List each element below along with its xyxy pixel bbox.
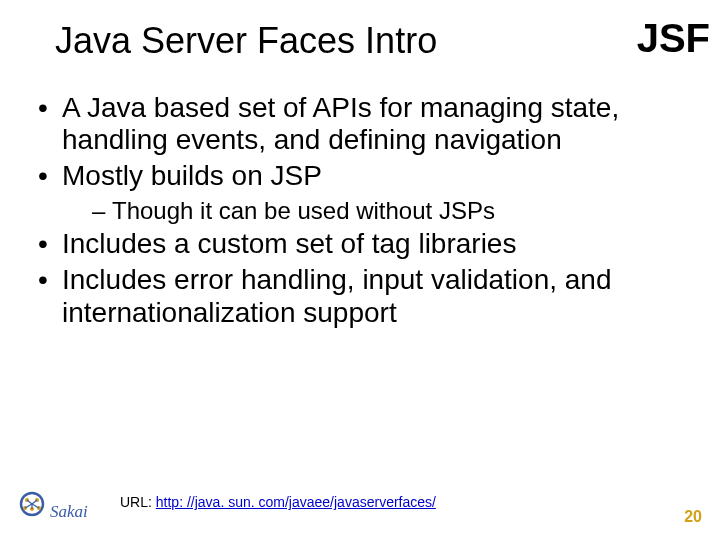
- page-number: 20: [684, 508, 702, 526]
- svg-line-7: [32, 500, 37, 504]
- url-prefix: URL:: [120, 494, 156, 510]
- sub-bullet-list: Though it can be used without JSPs: [62, 197, 680, 225]
- content-area: A Java based set of APIs for managing st…: [38, 92, 680, 333]
- reference-url-line: URL: http: //java. sun. com/javaee/javas…: [120, 494, 436, 510]
- svg-line-6: [27, 500, 32, 504]
- sub-bullet-item: Though it can be used without JSPs: [92, 197, 680, 225]
- bullet-item: Includes error handling, input validatio…: [38, 264, 680, 328]
- slide-title: Java Server Faces Intro: [55, 20, 437, 62]
- bullet-item: Mostly builds on JSP Though it can be us…: [38, 160, 680, 224]
- title-area: Java Server Faces Intro JSF: [55, 20, 710, 80]
- sakai-logo: Sakai: [18, 490, 98, 526]
- slide: Java Server Faces Intro JSF A Java based…: [0, 0, 720, 540]
- corner-jsf-label: JSF: [637, 16, 710, 61]
- bullet-item: A Java based set of APIs for managing st…: [38, 92, 680, 156]
- sakai-logo-text: Sakai: [50, 502, 88, 522]
- bullet-text: Mostly builds on JSP: [62, 160, 322, 191]
- bullet-item: Includes a custom set of tag libraries: [38, 228, 680, 260]
- reference-url-link[interactable]: http: //java. sun. com/javaee/javaserver…: [156, 494, 436, 510]
- bullet-list: A Java based set of APIs for managing st…: [38, 92, 680, 329]
